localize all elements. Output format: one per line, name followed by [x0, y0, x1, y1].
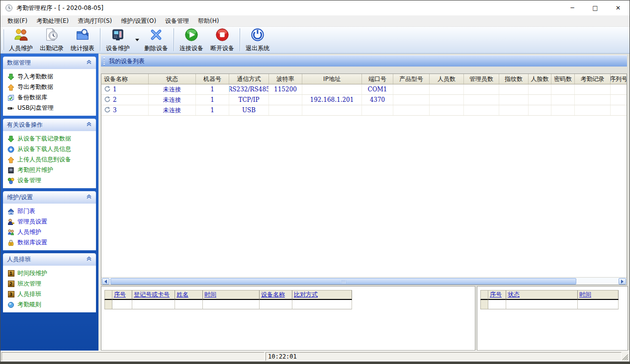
sidebar-item-time-period-maintenance[interactable]: 1 时间段维护 [3, 268, 96, 279]
menu-attendance-processing[interactable]: 考勤处理(E) [32, 15, 73, 27]
column-header: 序号 [112, 290, 132, 300]
column-header: 密码数 [551, 74, 575, 84]
people-small-icon [7, 229, 14, 236]
device-row[interactable]: 2 未连接 1 TCP/IP 192.168.1.201 4370 [101, 95, 627, 105]
row-selector [104, 300, 112, 309]
realtime-records-table: 序号 登记号或卡号 姓名 时间 设备名称 比对方式 [101, 286, 475, 351]
column-header: 姓名 [175, 290, 203, 300]
chevron-up-icon[interactable] [86, 121, 92, 129]
column-header: 通信方式 [229, 74, 269, 84]
sidebar-item-import-attendance-data[interactable]: 导入考勤数据 [3, 72, 96, 82]
number-1-tile-icon: 1 [7, 270, 14, 277]
people-icon [13, 27, 28, 44]
refresh-icon [104, 96, 110, 104]
menu-help[interactable]: 帮助(H) [193, 15, 223, 27]
sidebar-group-personnel-scheduling: 人员排班 1 时间段维护 2 班次管理 3 人员排班 [3, 253, 96, 312]
menu-device-management[interactable]: 设备管理 [161, 15, 193, 27]
menu-data[interactable]: 数据(F) [3, 15, 32, 27]
menu-maintenance-settings[interactable]: 维护/设置(O) [116, 15, 161, 27]
sidebar-item-database-settings[interactable]: 数据库设置 [3, 237, 96, 248]
sidebar: 数据管理 导入考勤数据 导出考勤数据 备份数据库 [0, 54, 98, 351]
personnel-maintenance-button[interactable]: 人员维护 [5, 27, 36, 52]
row-selector-header [104, 290, 112, 300]
delete-device-icon [149, 27, 164, 44]
sidebar-group-header-personnel-scheduling[interactable]: 人员排班 [3, 253, 96, 266]
sidebar-group-header-device-operations[interactable]: 有关设备操作 [3, 119, 96, 131]
horizontal-scrollbar[interactable] [101, 277, 627, 285]
statistics-report-button[interactable]: 统计报表 [67, 27, 98, 52]
column-header: 人员数 [430, 74, 464, 84]
status-log-table: 序号 状态 时间 [477, 286, 628, 351]
sidebar-item-export-attendance-data[interactable]: 导出考勤数据 [3, 82, 96, 92]
device-row[interactable]: 1 未连接 1 RS232/RS485 115200 COM1 [101, 84, 627, 95]
delete-device-button[interactable]: 删除设备 [141, 27, 172, 52]
device-list-caption-bar: 我的设备列表 [101, 55, 627, 67]
content-area: 数据管理 导入考勤数据 导出考勤数据 备份数据库 [0, 54, 630, 351]
sidebar-item-administrator-settings[interactable]: 管理员设置 [3, 217, 96, 227]
app-window: 考勤管理程序 - [ - 2020-08-05] ─ □ ✕ 数据(F) 考勤处… [0, 0, 630, 362]
scroll-left-button[interactable] [102, 278, 109, 285]
sidebar-group-data-management: 数据管理 导入考勤数据 导出考勤数据 备份数据库 [3, 57, 96, 116]
column-header: 序列号 [611, 74, 627, 84]
title-bar: 考勤管理程序 - [ - 2020-08-05] ─ □ ✕ [0, 0, 630, 15]
resize-grip-icon[interactable] [622, 354, 629, 361]
sidebar-item-backup-database[interactable]: 备份数据库 [3, 92, 96, 103]
disconnect-device-icon [215, 27, 230, 44]
sidebar-item-usb-flash-management[interactable]: USB闪盘管理 [3, 103, 96, 113]
usb-drive-icon [7, 105, 14, 112]
column-header: 比对方式 [292, 290, 352, 300]
device-row[interactable]: 3 未连接 1 USB [101, 105, 627, 116]
column-header: 人脸数 [529, 74, 551, 84]
device-maintenance-button[interactable]: 设备维护 [102, 27, 133, 52]
chevron-up-icon[interactable] [86, 256, 92, 263]
column-header: 状态 [506, 290, 578, 300]
database-lock-icon [7, 239, 14, 246]
menu-query-print[interactable]: 查询/打印(S) [73, 15, 116, 27]
number-2-tile-icon: 2 [7, 281, 14, 288]
attendance-records-button[interactable]: 出勤记录 [36, 27, 67, 52]
column-header: 时间 [578, 290, 619, 300]
sidebar-item-personnel-scheduling[interactable]: 3 人员排班 [3, 289, 96, 299]
sidebar-group-header-maintenance-settings[interactable]: 维护/设置 [3, 191, 96, 204]
caption-grip-icon[interactable] [103, 58, 105, 65]
sidebar-item-department-table[interactable]: 部门表 [3, 206, 96, 217]
column-header: 设备名称 [101, 74, 149, 84]
sidebar-item-attendance-rules[interactable]: 考勤规则 [3, 299, 96, 310]
column-header: 序号 [488, 290, 506, 300]
sidebar-item-upload-personnel-to-device[interactable]: 上传人员信息到设备 [3, 154, 96, 165]
sidebar-group-device-operations: 有关设备操作 从设备下载记录数据 从设备下载人员信息 上传人员信息到设备 [3, 119, 96, 188]
disconnect-device-button[interactable]: 断开设备 [207, 27, 238, 52]
sidebar-item-download-personnel-from-device[interactable]: 从设备下载人员信息 [3, 144, 96, 154]
chevron-up-icon[interactable] [86, 59, 92, 67]
sidebar-item-personnel-maintenance[interactable]: 人员维护 [3, 227, 96, 237]
sidebar-item-shift-management[interactable]: 2 班次管理 [3, 279, 96, 289]
arrow-left-icon [102, 280, 107, 284]
device-maintenance-dropdown[interactable] [133, 27, 141, 52]
sidebar-item-download-records-from-device[interactable]: 从设备下载记录数据 [3, 134, 96, 144]
exit-system-button[interactable]: 退出系统 [242, 27, 273, 52]
status-bar: 10:22:01 [0, 351, 630, 362]
toolbar-grip[interactable] [2, 29, 4, 50]
column-header: 管理员数 [464, 74, 499, 84]
sidebar-item-device-management[interactable]: 设备管理 [3, 175, 96, 186]
sidebar-group-header-data-management[interactable]: 数据管理 [3, 57, 96, 69]
sidebar-item-attendance-photo-maintenance[interactable]: 考勤照片维护 [3, 165, 96, 175]
column-header: 指纹数 [499, 74, 529, 84]
close-button[interactable]: ✕ [607, 0, 630, 15]
admin-icon [7, 218, 14, 225]
maximize-button[interactable]: □ [584, 0, 607, 15]
minimize-button[interactable]: ─ [561, 0, 584, 15]
toolbar: 人员维护 出勤记录 统计报表 [0, 27, 630, 54]
chevron-up-icon[interactable] [86, 194, 92, 201]
connect-device-button[interactable]: 连接设备 [176, 27, 207, 52]
sidebar-group-maintenance-settings: 维护/设置 部门表 管理员设置 人员维护 [3, 191, 96, 250]
device-table-header: 设备名称 状态 机器号 通信方式 波特率 IP地址 端口号 产品型号 人员数 管… [101, 74, 627, 84]
arrow-down-green-icon [7, 73, 14, 80]
sphere-icon [7, 301, 14, 308]
status-table-header: 序号 状态 时间 [480, 290, 628, 300]
scrollbar-thumb[interactable] [110, 278, 576, 285]
device-manage-icon [7, 177, 14, 184]
scroll-right-button[interactable] [619, 278, 626, 285]
row-selector-header [480, 290, 488, 300]
window-controls: ─ □ ✕ [561, 0, 630, 15]
